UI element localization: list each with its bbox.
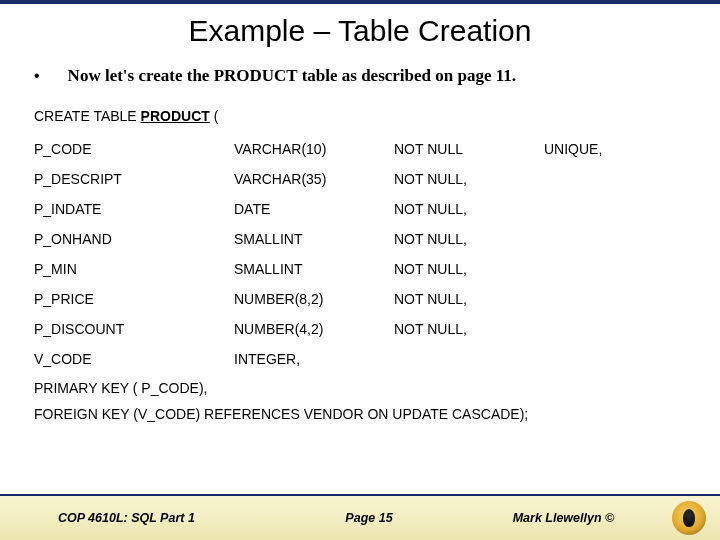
col-type: VARCHAR(10) [234, 134, 394, 164]
col-extra [544, 194, 692, 224]
col-extra: UNIQUE, [544, 134, 692, 164]
footer-center: Page 15 [265, 511, 472, 525]
table-row: P_DISCOUNTNUMBER(4,2)NOT NULL, [34, 314, 692, 344]
code-area: CREATE TABLE PRODUCT ( P_CODEVARCHAR(10)… [0, 108, 720, 422]
col-null: NOT NULL, [394, 164, 544, 194]
col-name: P_DISCOUNT [34, 314, 234, 344]
col-type: NUMBER(8,2) [234, 284, 394, 314]
col-name: P_INDATE [34, 194, 234, 224]
col-type: INTEGER, [234, 344, 394, 374]
intro-row: • Now let's create the PRODUCT table as … [0, 66, 720, 86]
col-null: NOT NULL, [394, 194, 544, 224]
col-type: SMALLINT [234, 254, 394, 284]
col-name: P_DESCRIPT [34, 164, 234, 194]
col-extra [544, 254, 692, 284]
col-extra [544, 224, 692, 254]
col-null: NOT NULL, [394, 314, 544, 344]
columns-table: P_CODEVARCHAR(10)NOT NULLUNIQUE,P_DESCRI… [34, 134, 692, 374]
create-suffix: ( [210, 108, 219, 124]
ucf-logo-icon [672, 501, 706, 535]
table-row: P_PRICENUMBER(8,2)NOT NULL, [34, 284, 692, 314]
foreign-key-line: FOREIGN KEY (V_CODE) REFERENCES VENDOR O… [34, 406, 692, 422]
footer-right: Mark Llewellyn © [513, 511, 615, 525]
col-name: P_ONHAND [34, 224, 234, 254]
col-null: NOT NULL, [394, 224, 544, 254]
table-row: P_DESCRIPTVARCHAR(35)NOT NULL, [34, 164, 692, 194]
col-null: NOT NULL, [394, 284, 544, 314]
table-row: P_MINSMALLINTNOT NULL, [34, 254, 692, 284]
create-keyword: PRODUCT [141, 108, 210, 124]
table-row: P_INDATEDATENOT NULL, [34, 194, 692, 224]
col-extra [544, 344, 692, 374]
col-type: DATE [234, 194, 394, 224]
col-name: V_CODE [34, 344, 234, 374]
footer-left: COP 4610L: SQL Part 1 [0, 511, 265, 525]
table-row: P_CODEVARCHAR(10)NOT NULLUNIQUE, [34, 134, 692, 164]
slide-title: Example – Table Creation [0, 14, 720, 48]
top-rule [0, 0, 720, 4]
col-null: NOT NULL [394, 134, 544, 164]
col-extra [544, 284, 692, 314]
table-row: V_CODEINTEGER, [34, 344, 692, 374]
col-type: NUMBER(4,2) [234, 314, 394, 344]
col-null [394, 344, 544, 374]
footer-right-wrap: Mark Llewellyn © [473, 501, 720, 535]
col-type: VARCHAR(35) [234, 164, 394, 194]
table-row: P_ONHANDSMALLINTNOT NULL, [34, 224, 692, 254]
col-name: P_MIN [34, 254, 234, 284]
footer-bar: COP 4610L: SQL Part 1 Page 15 Mark Llewe… [0, 494, 720, 540]
col-extra [544, 314, 692, 344]
col-name: P_CODE [34, 134, 234, 164]
bullet-icon: • [34, 66, 40, 85]
col-extra [544, 164, 692, 194]
col-type: SMALLINT [234, 224, 394, 254]
create-table-line: CREATE TABLE PRODUCT ( [34, 108, 692, 124]
create-prefix: CREATE TABLE [34, 108, 141, 124]
col-name: P_PRICE [34, 284, 234, 314]
intro-text: Now let's create the PRODUCT table as de… [68, 66, 516, 86]
primary-key-line: PRIMARY KEY ( P_CODE), [34, 380, 692, 396]
col-null: NOT NULL, [394, 254, 544, 284]
